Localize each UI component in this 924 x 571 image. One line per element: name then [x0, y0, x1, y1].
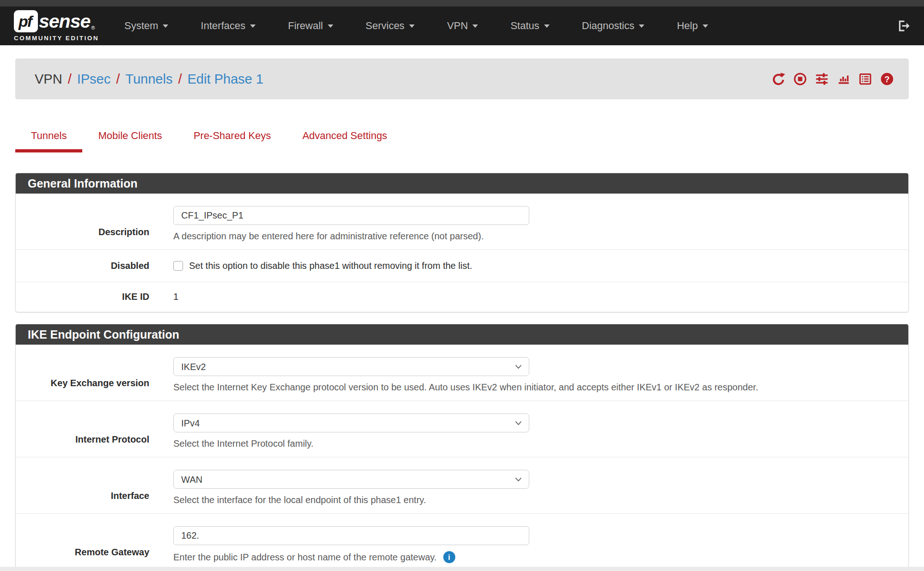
pf-logo-box: pf: [14, 10, 38, 32]
menu-help[interactable]: Help: [661, 20, 724, 32]
remote-gateway-label: Remote Gateway: [16, 526, 149, 563]
interface-help: Select the interface for the local endpo…: [173, 495, 890, 505]
internet-protocol-help: Select the Internet Protocol family.: [173, 438, 890, 449]
description-help: A description may be entered here for ad…: [173, 231, 890, 242]
menu-firewall[interactable]: Firewall: [272, 20, 349, 32]
interface-select[interactable]: WAN: [173, 470, 529, 489]
caret-down-icon: [163, 24, 168, 28]
disabled-row: Disabled Set this option to disable this…: [16, 250, 908, 282]
internet-protocol-label: Internet Protocol: [16, 413, 149, 449]
window-chrome-strip: [0, 0, 924, 6]
sliders-icon[interactable]: [815, 72, 829, 86]
svg-text:?: ?: [884, 75, 889, 84]
info-icon[interactable]: i: [443, 551, 455, 563]
page-header-actions: ?: [771, 72, 894, 86]
tab-bar: Tunnels Mobile Clients Pre-Shared Keys A…: [15, 123, 909, 152]
tab-mobile-clients[interactable]: Mobile Clients: [82, 123, 177, 152]
menu-system[interactable]: System: [108, 20, 184, 32]
remote-gateway-input[interactable]: [173, 526, 529, 545]
section-title-ike-endpoint: IKE Endpoint Configuration: [16, 324, 908, 345]
description-label: Description: [16, 206, 149, 242]
caret-down-icon: [703, 24, 708, 28]
refresh-icon[interactable]: [771, 72, 785, 86]
pf-logo-text: pf: [18, 12, 31, 30]
breadcrumb-separator: /: [62, 72, 77, 87]
key-exchange-select[interactable]: IKEv2: [173, 357, 529, 376]
menu-vpn[interactable]: VPN: [431, 20, 494, 32]
sign-out-icon[interactable]: [896, 19, 910, 33]
description-row: Description A description may be entered…: [16, 194, 908, 250]
menu-status[interactable]: Status: [494, 20, 565, 32]
remote-gateway-row: Remote Gateway Enter the public IP addre…: [16, 514, 908, 571]
tab-advanced-settings[interactable]: Advanced Settings: [287, 123, 403, 152]
registered-mark: ®: [91, 25, 95, 30]
bar-chart-icon[interactable]: [837, 72, 851, 86]
menu-diagnostics[interactable]: Diagnostics: [566, 20, 661, 32]
page-header: VPN / IPsec / Tunnels / Edit Phase 1 ?: [15, 59, 909, 99]
main-menu: System Interfaces Firewall Services VPN …: [108, 20, 724, 32]
description-input[interactable]: [173, 206, 529, 225]
key-exchange-row: Key Exchange version IKEv2 Select the In…: [16, 345, 908, 401]
interface-row: Interface WAN Select the interface for t…: [16, 457, 908, 514]
caret-down-icon: [250, 24, 256, 28]
help-icon[interactable]: ?: [880, 72, 894, 86]
menu-services[interactable]: Services: [349, 20, 431, 32]
pfsense-logo[interactable]: pf sense ® COMMUNITY EDITION: [14, 10, 102, 42]
menu-interfaces[interactable]: Interfaces: [184, 20, 272, 32]
sense-logo-text: sense: [39, 11, 90, 32]
ike-id-label: IKE ID: [16, 292, 149, 302]
key-exchange-help: Select the Internet Key Exchange protoco…: [173, 382, 890, 393]
stop-icon[interactable]: [793, 72, 807, 86]
disabled-checkbox[interactable]: [173, 261, 183, 271]
caret-down-icon: [472, 24, 478, 28]
breadcrumb-edit-phase-1[interactable]: Edit Phase 1: [187, 72, 263, 87]
section-title-general-information: General Information: [16, 173, 908, 194]
breadcrumb: VPN / IPsec / Tunnels / Edit Phase 1: [35, 72, 263, 87]
general-information-panel: General Information Description A descri…: [15, 173, 909, 312]
breadcrumb-separator: /: [110, 72, 125, 87]
tab-tunnels[interactable]: Tunnels: [15, 123, 82, 152]
bottom-edge-strip: [0, 567, 924, 571]
ike-id-row: IKE ID 1: [16, 282, 908, 312]
top-navbar: pf sense ® COMMUNITY EDITION System Inte…: [0, 6, 924, 45]
caret-down-icon: [328, 24, 333, 28]
tab-pre-shared-keys[interactable]: Pre-Shared Keys: [178, 123, 287, 152]
breadcrumb-tunnels[interactable]: Tunnels: [125, 72, 172, 87]
caret-down-icon: [639, 24, 644, 28]
disabled-checkbox-text: Set this option to disable this phase1 w…: [189, 261, 472, 271]
key-exchange-label: Key Exchange version: [16, 357, 149, 393]
log-list-icon[interactable]: [858, 72, 872, 86]
remote-gateway-help: Enter the public IP address or host name…: [173, 552, 437, 563]
disabled-label: Disabled: [16, 261, 149, 271]
caret-down-icon: [544, 24, 550, 28]
caret-down-icon: [409, 24, 415, 28]
ike-id-value: 1: [173, 292, 178, 302]
community-edition-label: COMMUNITY EDITION: [14, 35, 102, 42]
breadcrumb-vpn: VPN: [35, 72, 62, 87]
breadcrumb-ipsec[interactable]: IPsec: [77, 72, 111, 87]
ike-endpoint-panel: IKE Endpoint Configuration Key Exchange …: [15, 324, 909, 571]
interface-label: Interface: [16, 470, 149, 505]
breadcrumb-separator: /: [172, 72, 187, 87]
internet-protocol-row: Internet Protocol IPv4 Select the Intern…: [16, 401, 908, 457]
internet-protocol-select[interactable]: IPv4: [173, 413, 529, 432]
